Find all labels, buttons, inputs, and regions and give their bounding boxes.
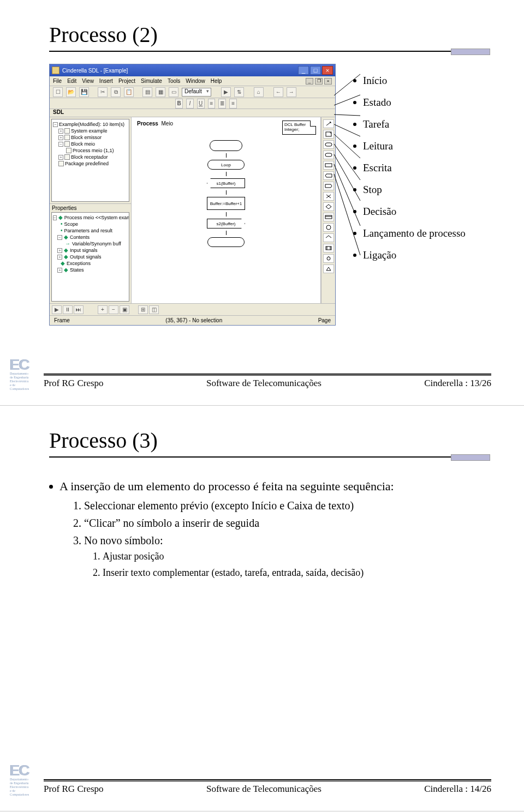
- callout-leitura: Leitura: [353, 140, 466, 152]
- status-bar: Frame (35, 367) - No selection Page: [50, 315, 335, 325]
- bold-button[interactable]: B: [175, 99, 183, 109]
- svg-point-9: [326, 225, 331, 230]
- footer-page: Cinderella : 13/26: [424, 378, 491, 389]
- palette-task-icon[interactable]: [323, 161, 334, 170]
- state-symbol-2[interactable]: [207, 237, 245, 247]
- tree-item: +Block receptador: [53, 154, 128, 160]
- state-symbol[interactable]: Loop: [207, 160, 245, 170]
- palette-stop-icon[interactable]: [323, 192, 334, 201]
- title-tab: [451, 454, 490, 461]
- tree-button[interactable]: ⇅: [234, 87, 244, 97]
- nav-left-button[interactable]: ←: [273, 87, 283, 97]
- dcl-box[interactable]: DCL Buffer Integer;: [282, 121, 316, 135]
- home-button[interactable]: ⌂: [254, 87, 264, 97]
- palette-misc-icon[interactable]: [323, 264, 334, 273]
- cut-button[interactable]: ✂: [98, 87, 108, 97]
- menu-window[interactable]: Window: [186, 78, 205, 84]
- menu-project[interactable]: Project: [118, 78, 135, 84]
- close-button[interactable]: ×: [322, 66, 333, 75]
- tree-header: −Example(Modified): 10 item(s): [53, 121, 128, 128]
- layout2-button[interactable]: ▦: [156, 87, 165, 97]
- nav-right-button[interactable]: →: [287, 87, 296, 97]
- properties-label: Properties: [50, 203, 131, 212]
- prop-item: •Parameters and result: [53, 227, 128, 234]
- doc-icon: [64, 141, 70, 147]
- maximize-button[interactable]: □: [310, 66, 321, 75]
- menu-simulate[interactable]: Simulate: [141, 78, 162, 84]
- slide-processo-2: Processo (2) Cinderella SDL - [Example] …: [0, 0, 524, 406]
- collapse-icon[interactable]: −: [57, 235, 62, 240]
- palette-arrow-icon[interactable]: [323, 119, 334, 128]
- mdi-minimize-button[interactable]: _: [306, 78, 313, 85]
- layout-button[interactable]: ▤: [142, 87, 152, 97]
- task-symbol[interactable]: Buffer:= Buffer+1: [207, 197, 245, 210]
- minimize-button[interactable]: _: [298, 66, 309, 75]
- properties-view[interactable]: −◆Process meio <<System exam •Scope •Par…: [51, 212, 129, 302]
- svg-rect-10: [326, 246, 331, 250]
- snap-button[interactable]: ◫: [149, 305, 159, 314]
- play-button[interactable]: ▶: [52, 305, 62, 314]
- menu-edit[interactable]: Edit: [67, 78, 76, 84]
- fit-button[interactable]: ▣: [120, 305, 129, 314]
- expand-icon[interactable]: +: [58, 129, 63, 134]
- expand-icon[interactable]: +: [57, 255, 62, 260]
- italic-button[interactable]: I: [186, 99, 194, 109]
- palette-join-icon[interactable]: [323, 254, 334, 263]
- paste-button[interactable]: 📋: [124, 87, 134, 97]
- align-center-button[interactable]: ≣: [218, 99, 226, 109]
- doc-icon: [64, 135, 70, 140]
- menu-help[interactable]: Help: [211, 78, 222, 84]
- bottom-toolbar: ▶ ⏸ ⏭ + − ▣ ⊞ ◫: [50, 303, 335, 315]
- page-button[interactable]: ▭: [169, 87, 178, 97]
- new-button[interactable]: ☐: [53, 87, 63, 97]
- open-button[interactable]: 📂: [66, 87, 76, 97]
- palette-state-icon[interactable]: [323, 151, 334, 159]
- start-symbol[interactable]: [210, 140, 242, 151]
- toolbar-main: ☐ 📂 💾 ✂ ⧉ 📋 ▤ ▦ ▭ Default ▶ ⇅ ⌂ ← →: [50, 86, 335, 98]
- canvas-area[interactable]: Process Meio DCL Buffer Integer; Loop s1…: [132, 117, 321, 303]
- menu-view[interactable]: View: [82, 78, 94, 84]
- copy-button[interactable]: ⧉: [111, 87, 121, 97]
- menu-file[interactable]: File: [53, 78, 62, 84]
- zoomout-button[interactable]: −: [109, 305, 118, 314]
- pause-button[interactable]: ⏸: [63, 305, 73, 314]
- output-symbol[interactable]: s2(Buffer): [207, 219, 245, 228]
- tree-view[interactable]: −Example(Modified): 10 item(s) +System e…: [51, 119, 129, 202]
- save-button[interactable]: 💾: [79, 87, 89, 97]
- input-symbol[interactable]: s1(Buffer): [207, 178, 245, 188]
- zoomin-button[interactable]: +: [98, 305, 108, 314]
- app-icon: [52, 67, 59, 74]
- mdi-restore-button[interactable]: ❐: [315, 78, 323, 85]
- palette-procedure-icon[interactable]: [323, 244, 334, 252]
- logo-text: EC: [10, 763, 41, 778]
- palette-start-icon[interactable]: [323, 140, 334, 149]
- expand-icon[interactable]: +: [58, 135, 63, 140]
- menu-tools[interactable]: Tools: [168, 78, 180, 84]
- collapse-icon[interactable]: −: [58, 142, 63, 147]
- collapse-icon[interactable]: −: [53, 122, 58, 127]
- style-combo[interactable]: Default: [182, 88, 211, 97]
- underline-button[interactable]: U: [197, 99, 205, 109]
- grid-button[interactable]: ⊞: [138, 305, 148, 314]
- palette-decision-icon[interactable]: [323, 202, 334, 211]
- collapse-icon[interactable]: −: [53, 215, 57, 220]
- palette-connector-icon[interactable]: [323, 223, 334, 232]
- step-button[interactable]: ⏭: [74, 305, 84, 314]
- palette-create-icon[interactable]: [323, 213, 334, 221]
- run-button[interactable]: ▶: [221, 87, 231, 97]
- footer-course: Software de Telecomunicações: [206, 378, 321, 389]
- menu-insert[interactable]: Insert: [99, 78, 113, 84]
- svg-rect-4: [325, 164, 332, 167]
- align-right-button[interactable]: ≡: [229, 99, 237, 109]
- expand-icon[interactable]: +: [58, 155, 63, 160]
- title-underline: [49, 51, 486, 58]
- mdi-close-button[interactable]: ×: [324, 78, 332, 85]
- expand-icon[interactable]: +: [57, 248, 62, 253]
- palette-input-icon[interactable]: [323, 171, 334, 180]
- expand-icon[interactable]: +: [57, 268, 62, 273]
- palette-else-icon[interactable]: [323, 233, 334, 242]
- palette-output-icon[interactable]: [323, 182, 334, 190]
- footer-author: Prof RG Crespo: [44, 784, 104, 795]
- palette-text-icon[interactable]: [323, 130, 334, 139]
- align-left-button[interactable]: ≡: [208, 99, 216, 109]
